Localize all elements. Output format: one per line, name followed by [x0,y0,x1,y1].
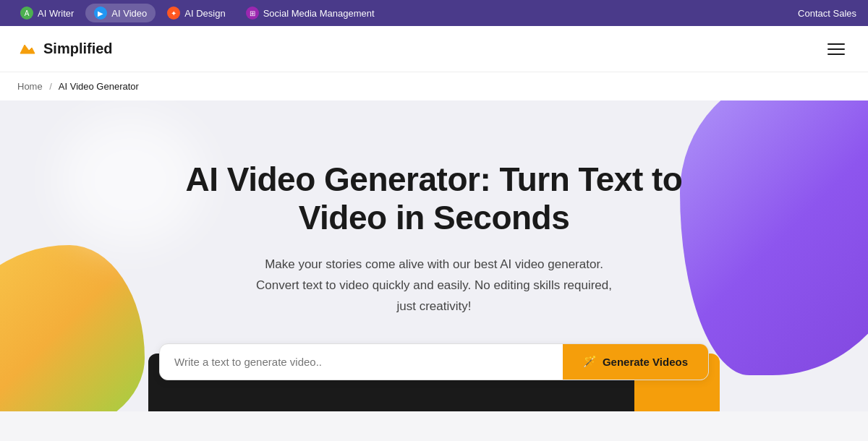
logo-text: Simplified [43,40,113,57]
hamburger-line-1 [827,43,845,45]
hamburger-menu[interactable] [822,38,851,61]
nav-item-ai-video[interactable]: ▶ AI Video [85,4,156,22]
design-icon: ✦ [167,7,180,20]
nav-label-ai-writer: AI Writer [38,8,74,19]
generate-bar: 🪄 Generate Videos [159,343,709,380]
logo-icon [17,39,38,59]
logo[interactable]: Simplified [17,39,113,59]
hero-content: AI Video Generator: Turn Text to Video i… [159,160,709,380]
main-header: Simplified [0,26,868,72]
video-icon: ▶ [94,7,107,20]
hero-section: AI Video Generator: Turn Text to Video i… [0,100,868,411]
breadcrumb-separator: / [49,81,52,92]
nav-label-social-media: Social Media Management [263,8,375,19]
hero-subtitle-line1: Make your stories come alive with our be… [265,257,603,271]
nav-item-ai-writer[interactable]: A AI Writer [12,4,82,22]
generate-btn-label: Generate Videos [603,356,688,368]
top-nav-items: A AI Writer ▶ AI Video ✦ AI Design ⊞ Soc… [12,4,383,22]
nav-label-ai-video: AI Video [111,8,147,19]
breadcrumb: Home / AI Video Generator [0,72,868,100]
hamburger-line-3 [827,53,845,55]
hamburger-line-2 [827,48,845,50]
breadcrumb-current: AI Video Generator [59,81,139,92]
top-nav-bar: A AI Writer ▶ AI Video ✦ AI Design ⊞ Soc… [0,0,868,26]
nav-label-ai-design: AI Design [184,8,225,19]
social-icon: ⊞ [246,7,259,20]
hero-title: AI Video Generator: Turn Text to Video i… [159,160,709,237]
hero-subtitle: Make your stories come alive with our be… [159,254,709,317]
blob-yellow-decoration [0,245,145,411]
generate-btn-icon: 🪄 [583,355,597,368]
breadcrumb-home[interactable]: Home [17,81,43,92]
generate-input[interactable] [160,344,563,380]
hero-subtitle-line2: Convert text to video quickly and easily… [256,278,612,292]
generate-videos-button[interactable]: 🪄 Generate Videos [563,344,708,380]
nav-item-ai-design[interactable]: ✦ AI Design [158,4,234,22]
writer-icon: A [20,7,33,20]
hero-subtitle-line3: just creativity! [397,299,472,313]
contact-sales-link[interactable]: Contact Sales [798,8,856,19]
nav-item-social-media[interactable]: ⊞ Social Media Management [237,4,383,22]
